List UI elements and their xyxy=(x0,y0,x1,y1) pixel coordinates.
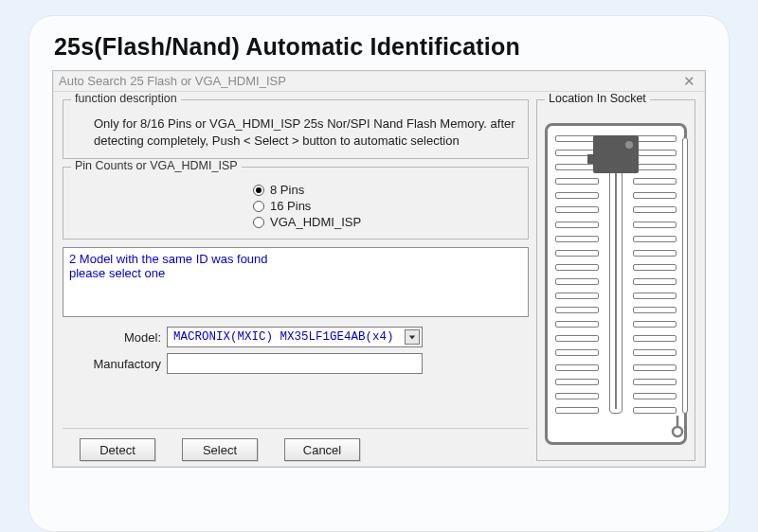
pin-count-option-label: 16 Pins xyxy=(270,199,311,213)
socket-center-rail xyxy=(609,135,623,414)
dialog-titlebar: Auto Search 25 Flash or VGA_HDMI_ISP ✕ xyxy=(53,71,705,92)
location-in-socket-group: Location In Socket xyxy=(536,99,695,461)
manufactory-input[interactable] xyxy=(167,353,423,374)
socket-pin xyxy=(555,307,599,313)
chevron-down-icon[interactable] xyxy=(405,329,420,345)
socket-pin xyxy=(633,364,677,371)
socket-pin xyxy=(633,321,677,328)
pin-count-option[interactable]: 16 Pins xyxy=(253,199,518,213)
model-selected-value: MACRONIX(MXIC) MX35LF1GE4AB(x4) xyxy=(173,330,394,344)
chip-icon xyxy=(593,135,639,173)
dialog-title: Auto Search 25 Flash or VGA_HDMI_ISP xyxy=(59,71,286,92)
socket-pin xyxy=(633,192,677,199)
socket-pin xyxy=(555,236,599,242)
radio-icon[interactable] xyxy=(253,201,264,212)
socket-pin xyxy=(555,335,599,342)
socket-pin xyxy=(633,407,677,414)
socket-pin xyxy=(555,321,599,328)
socket-pin xyxy=(633,236,677,242)
pin-count-option-label: VGA_HDMI_ISP xyxy=(270,215,361,229)
pin-count-option-label: 8 Pins xyxy=(270,183,304,197)
socket-pin xyxy=(633,178,677,185)
socket-pin xyxy=(555,278,599,285)
location-in-socket-legend: Location In Socket xyxy=(545,92,650,105)
radio-icon[interactable] xyxy=(253,217,264,228)
socket-pin xyxy=(633,335,677,342)
socket-pin xyxy=(633,150,677,156)
socket-lever-ring-icon xyxy=(669,416,686,438)
function-description-group: function description Only for 8/16 Pins … xyxy=(63,99,529,159)
zif-socket-diagram xyxy=(545,123,687,445)
socket-pin xyxy=(555,293,599,299)
socket-pin xyxy=(555,192,599,199)
socket-pin xyxy=(555,364,599,371)
socket-pin xyxy=(633,264,677,271)
close-icon[interactable]: ✕ xyxy=(679,74,699,88)
socket-pin xyxy=(633,250,677,257)
manufactory-label: Manufactory xyxy=(80,357,161,371)
socket-lever-slot xyxy=(682,137,688,414)
socket-pin xyxy=(555,393,599,399)
socket-pin xyxy=(555,206,599,213)
svg-marker-0 xyxy=(409,335,415,339)
socket-pin xyxy=(555,250,599,257)
pin-count-option[interactable]: 8 Pins xyxy=(253,183,518,197)
socket-pin xyxy=(633,222,677,228)
socket-pin xyxy=(633,135,677,142)
function-description-legend: function description xyxy=(71,92,181,105)
socket-pin xyxy=(633,379,677,385)
socket-pin xyxy=(633,349,677,356)
socket-pin xyxy=(555,379,599,385)
pin-count-option[interactable]: VGA_HDMI_ISP xyxy=(253,215,518,229)
cancel-button[interactable]: Cancel xyxy=(284,438,360,461)
socket-pin xyxy=(633,164,677,170)
socket-pin xyxy=(633,278,677,285)
model-label: Model: xyxy=(80,330,161,345)
socket-pin xyxy=(555,222,599,228)
function-description-text: Only for 8/16 Pins or VGA_HDMI_ISP 25s N… xyxy=(73,114,518,151)
pin-counts-legend: Pin Counts or VGA_HDMI_ISP xyxy=(71,159,242,172)
select-button[interactable]: Select xyxy=(182,438,258,461)
model-dropdown[interactable]: MACRONIX(MXIC) MX35LF1GE4AB(x4) xyxy=(167,327,423,347)
socket-pin xyxy=(633,393,677,399)
svg-point-2 xyxy=(673,427,682,436)
detection-result-text: 2 Model with the same ID was found pleas… xyxy=(63,247,529,317)
dialog-button-row: Detect Select Cancel xyxy=(63,428,529,461)
detect-button[interactable]: Detect xyxy=(80,438,155,461)
socket-pin xyxy=(555,264,599,271)
page-heading: 25s(Flash/Nand) Automatic Identification xyxy=(54,33,706,61)
socket-pin xyxy=(633,293,677,299)
socket-pin xyxy=(633,206,677,213)
socket-pin xyxy=(555,407,599,414)
dialog-auto-search: Auto Search 25 Flash or VGA_HDMI_ISP ✕ f… xyxy=(52,70,706,468)
socket-pin xyxy=(555,178,599,185)
socket-pin xyxy=(555,349,599,356)
socket-pin xyxy=(633,307,677,313)
radio-icon[interactable] xyxy=(253,185,264,196)
pin-counts-group: Pin Counts or VGA_HDMI_ISP 8 Pins16 Pins… xyxy=(63,167,529,239)
